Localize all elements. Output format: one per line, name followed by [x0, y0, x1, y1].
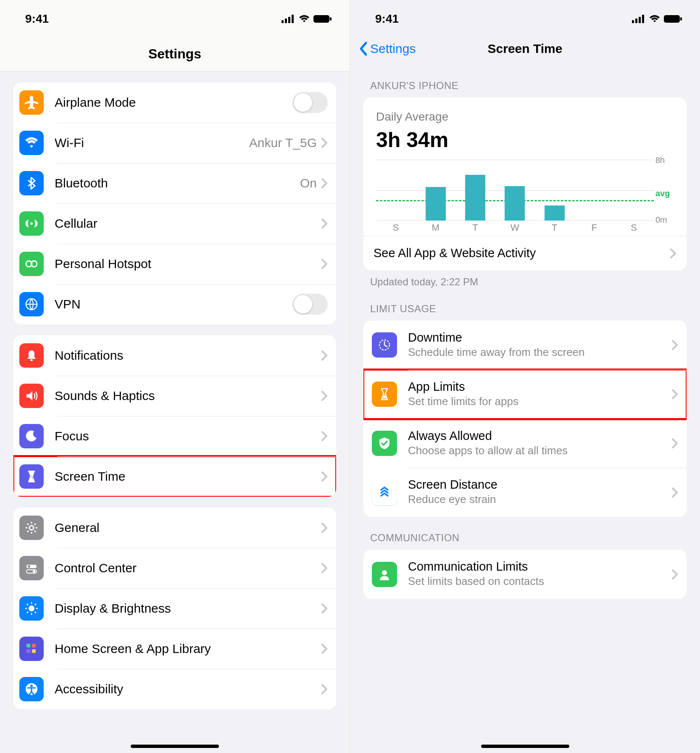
chevron-right-icon — [321, 431, 328, 442]
chevron-right-icon — [670, 248, 676, 259]
vpn-icon — [19, 292, 44, 316]
settings-row-focus[interactable]: Focus — [13, 416, 336, 456]
svg-rect-24 — [635, 18, 637, 23]
back-button[interactable]: Settings — [358, 41, 416, 56]
row-label: Sounds & Haptics — [55, 389, 321, 403]
row-title: App Limits — [408, 380, 671, 394]
chevron-right-icon — [321, 218, 328, 229]
sounds-icon — [19, 384, 44, 408]
cellular-icon — [19, 211, 44, 236]
ytick-avg: avg — [655, 189, 674, 198]
row-label: Personal Hotspot — [55, 257, 321, 271]
controlcenter-icon — [19, 556, 44, 580]
chart-xlabel: M — [416, 222, 455, 233]
cellular-signal-icon — [282, 15, 295, 23]
chevron-right-icon — [321, 603, 328, 614]
bluetooth-icon — [19, 171, 44, 195]
cellular-signal-icon — [632, 15, 645, 23]
toggle-switch[interactable] — [292, 294, 328, 315]
settings-group: GeneralControl CenterDisplay & Brightnes… — [13, 508, 336, 709]
svg-rect-25 — [639, 17, 641, 23]
svg-rect-27 — [664, 15, 680, 23]
row-subtitle: Reduce eye strain — [408, 492, 671, 507]
alwaysallowed-icon — [372, 431, 397, 456]
settings-row-general[interactable]: General — [13, 508, 336, 548]
chevron-right-icon — [671, 340, 678, 350]
settings-row-vpn[interactable]: VPN — [13, 284, 336, 324]
chevron-right-icon — [671, 438, 678, 449]
settings-row-wi-fi[interactable]: Wi-FiAnkur T_5G — [13, 123, 336, 163]
daily-average-card[interactable]: Daily Average 3h 34m SMTWTFS 8h avg 0m S… — [363, 97, 687, 270]
limit-row-downtime[interactable]: DowntimeSchedule time away from the scre… — [363, 321, 687, 370]
home-indicator[interactable] — [131, 745, 219, 748]
settings-row-personal-hotspot[interactable]: Personal Hotspot — [13, 244, 336, 284]
downtime-icon — [372, 332, 397, 358]
applimits-icon — [372, 382, 397, 407]
settings-row-accessibility[interactable]: Accessibility — [13, 669, 336, 709]
chevron-right-icon — [321, 350, 328, 361]
settings-row-control-center[interactable]: Control Center — [13, 548, 336, 588]
row-title: Communication Limits — [408, 560, 671, 574]
chevron-right-icon — [321, 471, 328, 482]
settings-title: Settings — [0, 34, 350, 71]
svg-rect-20 — [32, 649, 36, 653]
limit-row-always-allowed[interactable]: Always AllowedChoose apps to allow at al… — [363, 419, 687, 468]
limit-row-app-limits[interactable]: App LimitsSet time limits for apps — [363, 370, 687, 419]
svg-rect-19 — [26, 649, 30, 653]
settings-group: NotificationsSounds & HapticsFocusScreen… — [13, 335, 336, 497]
daily-average-value: 3h 34m — [376, 128, 674, 152]
settings-row-bluetooth[interactable]: BluetoothOn — [13, 163, 336, 203]
svg-point-15 — [33, 570, 35, 573]
row-label: Screen Time — [55, 469, 321, 484]
settings-row-display-brightness[interactable]: Display & Brightness — [13, 588, 336, 629]
toggle-switch[interactable] — [292, 92, 328, 113]
airplane-icon — [19, 90, 44, 115]
svg-rect-4 — [313, 15, 329, 23]
chart-xlabel: W — [495, 222, 534, 233]
settings-row-airplane-mode[interactable]: Airplane Mode — [13, 82, 336, 123]
svg-rect-28 — [680, 17, 682, 21]
chevron-right-icon — [321, 178, 328, 189]
see-all-activity-row[interactable]: See All App & Website Activity — [363, 236, 687, 270]
row-label: Wi-Fi — [55, 136, 249, 150]
row-text: Communication LimitsSet limits based on … — [408, 560, 671, 589]
row-title: Downtime — [408, 331, 671, 345]
home-indicator[interactable] — [481, 745, 569, 748]
settings-row-cellular[interactable]: Cellular — [13, 203, 336, 244]
chevron-right-icon — [321, 563, 328, 574]
row-text: Always AllowedChoose apps to allow at al… — [408, 429, 671, 458]
row-text: DowntimeSchedule time away from the scre… — [408, 331, 671, 360]
svg-point-30 — [382, 570, 387, 575]
chevron-right-icon — [321, 258, 328, 269]
chart-bar — [545, 205, 565, 221]
device-section-header: ANKUR'S IPHONE — [370, 80, 687, 92]
chart-xlabel: S — [614, 222, 653, 233]
chevron-right-icon — [321, 643, 328, 654]
svg-rect-0 — [282, 20, 284, 23]
svg-rect-23 — [632, 20, 634, 23]
wifi-status-icon — [649, 15, 661, 23]
chart-xlabel: T — [455, 222, 495, 233]
screentime-screen: 9:41 Settings Screen Time ANKUR'S IPHONE… — [350, 0, 700, 753]
settings-row-home-screen-app-library[interactable]: Home Screen & App Library — [13, 629, 336, 669]
svg-rect-1 — [285, 18, 287, 23]
status-bar: 9:41 — [0, 0, 350, 34]
limit-row-screen-distance[interactable]: Screen DistanceReduce eye strain — [363, 468, 687, 517]
settings-row-sounds-haptics[interactable]: Sounds & Haptics — [13, 376, 336, 416]
chevron-right-icon — [671, 569, 678, 580]
status-time: 9:41 — [25, 12, 49, 26]
settings-screen: 9:41 Settings Airplane ModeWi-FiAnkur T_… — [0, 0, 350, 753]
comm-row-communication-limits[interactable]: Communication LimitsSet limits based on … — [363, 550, 687, 599]
chevron-right-icon — [321, 684, 328, 695]
row-subtitle: Set time limits for apps — [408, 395, 671, 409]
settings-row-screen-time[interactable]: Screen Time — [13, 456, 336, 497]
svg-point-16 — [29, 606, 34, 611]
row-label: Control Center — [55, 561, 321, 575]
battery-icon — [664, 15, 682, 23]
settings-row-notifications[interactable]: Notifications — [13, 335, 336, 376]
row-label: VPN — [55, 297, 292, 311]
row-label: Bluetooth — [55, 176, 300, 190]
ytick-bottom: 0m — [655, 215, 674, 225]
hotspot-icon — [19, 252, 44, 276]
svg-rect-5 — [330, 17, 332, 21]
